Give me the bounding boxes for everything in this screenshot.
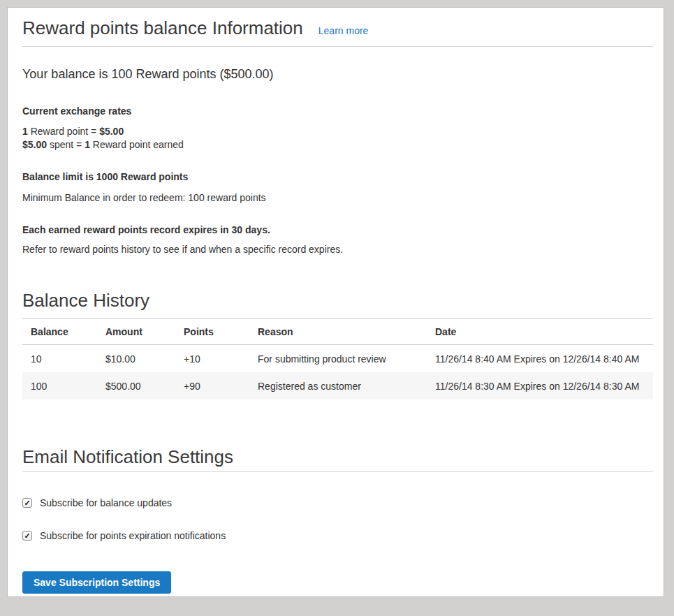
balance-updates-checkbox[interactable]: [22, 498, 32, 508]
column-header-amount: Amount: [97, 319, 175, 345]
page-header: Reward points balance Information Learn …: [22, 17, 653, 39]
expiration-notifications-option: Subscribe for points expiration notifica…: [22, 529, 653, 543]
exchange-earn-text: Reward point earned: [90, 139, 184, 150]
cell-date: 11/26/14 8:40 AM Expires on 12/26/14 8:4…: [427, 345, 653, 373]
cell-reason: For submitting product review: [249, 345, 427, 373]
exchange-rate-line-2: $5.00 spent = 1 Reward point earned: [22, 138, 653, 152]
balance-updates-label[interactable]: Subscribe for balance updates: [40, 496, 172, 510]
cell-amount: $500.00: [97, 372, 175, 399]
minimum-balance-note: Minimum Balance in order to redeem: 100 …: [22, 191, 653, 205]
balance-updates-option: Subscribe for balance updates: [22, 496, 653, 510]
exchange-rate-line-1: 1 Reward point = $5.00: [22, 125, 653, 138]
balance-history-heading: Balance History: [22, 290, 653, 311]
cell-balance: 10: [22, 345, 97, 373]
column-header-reason: Reason: [249, 319, 427, 345]
balance-history-table: Balance Amount Points Reason Date 10 $10…: [22, 318, 653, 399]
expiration-notifications-checkbox[interactable]: [22, 531, 32, 541]
expiration-notifications-label[interactable]: Subscribe for points expiration notifica…: [40, 529, 226, 543]
balance-summary: Your balance is 100 Reward points ($500.…: [22, 66, 653, 82]
table-header-row: Balance Amount Points Reason Date: [22, 319, 653, 345]
cell-balance: 100: [22, 372, 97, 399]
table-row: 10 $10.00 +10 For submitting product rev…: [22, 345, 653, 373]
exchange-spend-value: $5.00: [22, 139, 47, 150]
learn-more-link[interactable]: Learn more: [318, 25, 369, 36]
cell-date: 11/26/14 8:30 AM Expires on 12/26/14 8:3…: [427, 372, 653, 399]
table-row: 100 $500.00 +90 Registered as customer 1…: [22, 372, 653, 399]
email-section-divider: [22, 471, 653, 472]
actions-row: Save Subscription Settings: [22, 571, 653, 594]
save-subscription-settings-button[interactable]: Save Subscription Settings: [22, 571, 171, 594]
exchange-earn-points: 1: [85, 139, 90, 150]
cell-points: +90: [175, 372, 249, 399]
cell-amount: $10.00: [97, 345, 175, 373]
cell-reason: Registered as customer: [249, 372, 427, 399]
column-header-date: Date: [427, 319, 653, 345]
exchange-rates-lines: 1 Reward point = $5.00 $5.00 spent = 1 R…: [22, 125, 653, 152]
header-divider: [22, 46, 653, 47]
reward-points-panel: Reward points balance Information Learn …: [7, 7, 664, 597]
email-notification-heading: Email Notification Settings: [22, 446, 653, 468]
exchange-rate-value: $5.00: [99, 126, 124, 137]
exchange-spend-text: spent =: [47, 139, 85, 150]
expiration-heading: Each earned reward points record expires…: [22, 223, 653, 237]
exchange-rate-points: 1: [22, 126, 28, 137]
page-title: Reward points balance Information: [22, 17, 303, 39]
column-header-balance: Balance: [22, 319, 97, 345]
column-header-points: Points: [175, 319, 249, 345]
cell-points: +10: [175, 345, 249, 373]
expiration-note: Refer to reward points history to see if…: [22, 242, 653, 256]
exchange-rates-heading: Current exchange rates: [22, 104, 653, 118]
exchange-rate-text: Reward point =: [28, 126, 99, 137]
balance-limit-heading: Balance limit is 1000 Reward points: [22, 170, 653, 184]
